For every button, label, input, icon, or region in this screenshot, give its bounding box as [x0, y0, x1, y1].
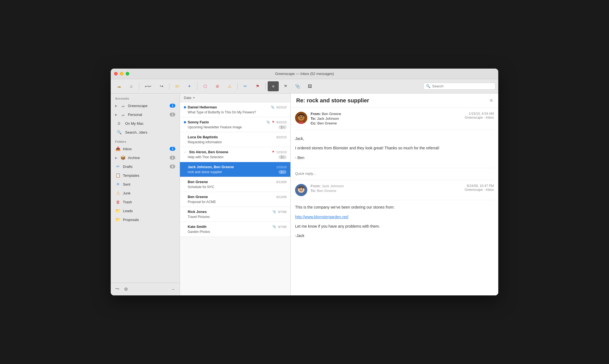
email-date-1: 9/22/10: [276, 106, 287, 109]
home-button[interactable]: ⌂: [126, 81, 137, 91]
email-subject-7: Proposal for ACME: [188, 200, 216, 204]
activity-button[interactable]: 〜: [114, 285, 121, 293]
reply-all-button[interactable]: ↩↩: [141, 81, 155, 91]
email-sender-3: Luca De Baptistis: [188, 135, 275, 139]
tag-button[interactable]: 🏷: [172, 81, 183, 91]
plugin-button[interactable]: ✦: [184, 81, 195, 91]
email-count-2: 2 ›: [278, 125, 287, 129]
email-detail: Re: rock and stone supplier ≡: [291, 93, 498, 295]
message-body-2: This is the company we've been ordering …: [295, 200, 494, 246]
email-item-4[interactable]: ← Sto Akron, Ben Greene ⚑ 1/15/10 Help w…: [180, 147, 290, 162]
message-line-2-2: http://www.blomstergarden.net/: [295, 214, 494, 220]
email-list-header[interactable]: Date ▼: [180, 93, 290, 102]
email-date-9: 9/7/08: [278, 225, 287, 228]
sidebar-item-greenscape[interactable]: ▶ ☁ Greenscape 3: [112, 102, 178, 110]
message-header-2: From: Jack Johnson To: Ben Greene 8/24/0…: [295, 180, 494, 200]
email-item-1[interactable]: Daniel Hellerman 📎 9/22/10 What Type of …: [180, 102, 290, 117]
sidebar-item-templates[interactable]: 📋 Templates: [112, 171, 178, 180]
email-item-2[interactable]: Sonny Fazio 📎 ⚑ 9/22/10 Upcoming Newslet…: [180, 117, 290, 132]
close-button[interactable]: [114, 72, 118, 76]
warn-button[interactable]: ⚠: [224, 81, 235, 91]
sidebar-leads-label: Leads: [123, 209, 175, 213]
message-to-1: To: Jack Johnson: [311, 116, 341, 121]
cloud-icon-greenscape: ☁: [120, 103, 126, 108]
email-item-5[interactable]: Jack Johnson, Ben Greene 1/15/10 rock an…: [180, 162, 290, 177]
search-icon: 🔍: [426, 84, 430, 88]
email-detail-menu-button[interactable]: ≡: [490, 98, 493, 103]
toolbar-separator-5: [265, 83, 265, 90]
email-subject-6: Schedule for NYC: [188, 185, 214, 189]
maximize-button[interactable]: [126, 72, 129, 76]
flag-toolbar-button[interactable]: ⚑: [252, 81, 263, 91]
email-item-3[interactable]: Luca De Baptistis 9/22/10 Requesting inf…: [180, 132, 290, 147]
sent-icon: ✈: [115, 181, 121, 187]
block-button[interactable]: ⊘: [212, 81, 223, 91]
sidebar-greenscape-label: Greenscape: [128, 104, 167, 108]
svg-point-2: [300, 116, 301, 117]
message-meta-1: From: Ben Greene To: Jack Johnson Cc: Be…: [311, 112, 494, 125]
sidebar-item-search-folders[interactable]: 🔍 Search...lders: [112, 128, 178, 136]
toolbar-separator-3: [197, 83, 197, 90]
compose-button[interactable]: ✏: [240, 81, 251, 91]
sidebar-item-drafts[interactable]: ✏ Drafts 6: [112, 162, 178, 171]
email-item-6[interactable]: Ben Greene 8/13/09 Schedule for NYC: [180, 177, 290, 192]
quick-reply-input-1[interactable]: [295, 171, 494, 176]
email-sender-8: Rick Jones: [188, 210, 271, 214]
quick-reply-1[interactable]: [295, 168, 494, 180]
to-label-2: To:: [311, 189, 316, 193]
sidebar-templates-label: Templates: [123, 173, 175, 178]
email-list-scroll[interactable]: Daniel Hellerman 📎 9/22/10 What Type of …: [180, 102, 290, 295]
message-timestamp-2: 8/24/08, 10:47 PM: [465, 184, 494, 188]
expand-arrow-greenscape: ▶: [115, 104, 117, 107]
message-cc-1: Cc: Ben Greene: [311, 121, 341, 125]
email-item-9[interactable]: Kate Smith 📎 9/7/08 Garden Photos: [180, 222, 290, 237]
settings-button[interactable]: ⚙: [123, 285, 129, 293]
email-sender-5: Jack Johnson, Ben Greene: [188, 165, 275, 169]
inbox-icon: 📥: [115, 146, 121, 152]
email-item-7[interactable]: Ben Greene 8/12/09 Proposal for ACME: [180, 192, 290, 207]
cloud-upload-button[interactable]: ☁: [113, 81, 125, 91]
email-date-8: 9/7/08: [278, 210, 287, 214]
leads-icon: 📁: [115, 208, 121, 214]
traffic-lights: [114, 72, 129, 76]
sidebar-item-leads[interactable]: 📁 Leads: [112, 207, 178, 215]
sidebar-item-archive[interactable]: ▶ 📦 Archive 1: [112, 154, 178, 162]
accounts-section-title: Accounts: [111, 93, 180, 101]
photo-button[interactable]: 🖼: [304, 81, 315, 91]
mail-flag-button[interactable]: ⚑: [280, 81, 291, 91]
templates-icon: 📋: [115, 173, 121, 178]
signout-button[interactable]: →: [170, 286, 176, 293]
message-from-1: From: Ben Greene: [311, 112, 341, 116]
drafts-icon: ✏: [115, 164, 121, 169]
sidebar-inbox-badge: 3: [170, 147, 175, 151]
sidebar-item-proposals[interactable]: 📁 Proposals: [112, 215, 178, 224]
cloud-icon-personal: ☁: [120, 112, 126, 117]
to-name-1: Jack Johnson: [317, 116, 339, 121]
blomster-link[interactable]: http://www.blomstergarden.net/: [295, 215, 349, 219]
attachment-toolbar-button[interactable]: 📎: [292, 81, 303, 91]
search-input[interactable]: [432, 84, 493, 88]
sidebar: Accounts ▶ ☁ Greenscape 3 ▶ ☁ Personal 1: [111, 93, 180, 295]
reply-arrow-4: ←: [184, 150, 187, 154]
forward-button[interactable]: ↪: [156, 81, 167, 91]
minimize-button[interactable]: [120, 72, 123, 76]
email-count-5: 2 ›: [278, 170, 287, 174]
sidebar-item-on-my-mac[interactable]: 🖥 On My Mac: [112, 119, 178, 128]
sidebar-item-personal[interactable]: ▶ ☁ Personal 1: [112, 110, 178, 119]
email-detail-subject: Re: rock and stone supplier: [296, 97, 490, 104]
email-item-8[interactable]: Rick Jones 📎 9/7/08 Travel Pictures: [180, 207, 290, 222]
sort-arrow: ▼: [192, 96, 195, 99]
unread-dot-2: [184, 121, 186, 123]
notes-button[interactable]: ≡: [268, 81, 279, 91]
message-line-1-3: - Ben: [295, 155, 494, 161]
email-detail-header: Re: rock and stone supplier ≡: [291, 93, 498, 108]
sidebar-item-junk[interactable]: ⚠ Junk: [112, 189, 178, 197]
archive-button[interactable]: ⬡: [200, 81, 211, 91]
sidebar-item-sent[interactable]: ✈ Sent: [112, 180, 178, 188]
search-bar[interactable]: 🔍: [424, 83, 496, 90]
sidebar-item-trash[interactable]: 🗑 Trash: [112, 198, 178, 206]
message-timestamp-1: 1/15/10, 6:54 AM: [465, 112, 494, 116]
sidebar-item-inbox[interactable]: 📥 Inbox 3: [112, 145, 178, 153]
email-subject-4: Help with Tree Selection: [188, 155, 223, 159]
junk-icon: ⚠: [115, 190, 121, 196]
